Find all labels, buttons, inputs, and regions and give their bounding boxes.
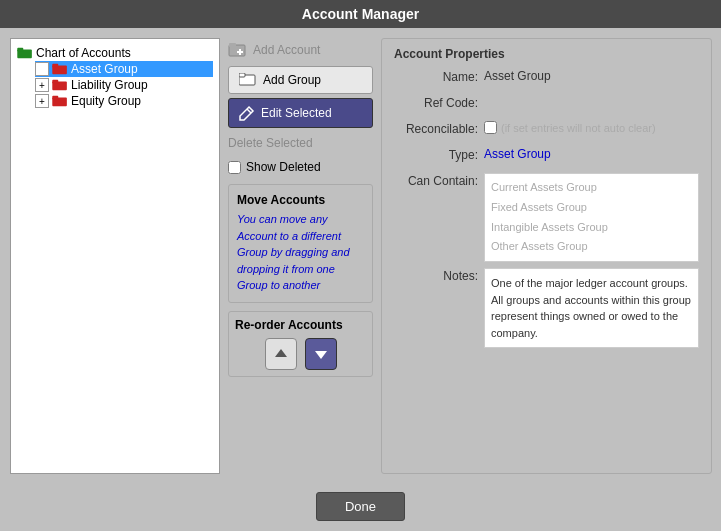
can-contain-item-1: Fixed Assets Group (491, 198, 692, 218)
tree-item-liability-label: Liability Group (71, 78, 148, 92)
add-account-row: Add Account (228, 38, 373, 62)
svg-rect-5 (52, 80, 58, 83)
properties-title: Account Properties (394, 47, 699, 61)
arrow-up-icon (274, 347, 288, 361)
reconcilable-label: Reconcilable: (394, 121, 484, 136)
svg-rect-13 (239, 73, 245, 77)
reorder-up-button[interactable] (265, 338, 297, 370)
account-properties-box: Account Properties Name: Asset Group Ref… (381, 38, 712, 474)
svg-marker-16 (315, 351, 327, 359)
can-contain-item-3: Other Assets Group (491, 237, 692, 257)
expander-equity-group[interactable]: + (35, 94, 49, 108)
show-deleted-label: Show Deleted (246, 160, 321, 174)
tree-root-label: Chart of Accounts (36, 46, 131, 60)
app-title: Account Manager (302, 6, 419, 22)
name-row: Name: Asset Group (394, 69, 699, 89)
can-contain-item-2: Intangible Assets Group (491, 218, 692, 238)
middle-panel: Add Account Add Group Edit Selected Dele… (228, 38, 373, 474)
tree-panel: Chart of Accounts + Asset Group + Lia (10, 38, 220, 474)
folder-asset-icon (52, 63, 68, 75)
can-contain-label: Can Contain: (394, 173, 484, 188)
reconcilable-checkbox[interactable] (484, 121, 497, 134)
svg-line-14 (247, 109, 251, 113)
type-label: Type: (394, 147, 484, 162)
refcode-label: Ref Code: (394, 95, 484, 110)
add-group-button[interactable]: Add Group (228, 66, 373, 94)
tree-children: + Asset Group + Liability Group + (35, 61, 213, 109)
name-value: Asset Group (484, 69, 551, 83)
add-group-label: Add Group (263, 73, 321, 87)
delete-selected-label: Delete Selected (228, 136, 313, 150)
add-account-icon (228, 42, 248, 58)
svg-rect-7 (52, 96, 58, 99)
expander-liability-group[interactable]: + (35, 78, 49, 92)
tree-item-asset-group[interactable]: + Asset Group (35, 61, 213, 77)
svg-rect-1 (17, 48, 23, 51)
reorder-title: Re-order Accounts (235, 318, 366, 332)
svg-rect-3 (52, 64, 58, 67)
tree-item-equity-label: Equity Group (71, 94, 141, 108)
refcode-row: Ref Code: (394, 95, 699, 115)
expander-asset-group[interactable]: + (35, 62, 49, 76)
edit-selected-label: Edit Selected (261, 106, 332, 120)
show-deleted-row: Show Deleted (228, 158, 373, 176)
move-accounts-box: Move Accounts You can move any Account t… (228, 184, 373, 303)
title-bar: Account Manager (0, 0, 721, 28)
add-account-label: Add Account (253, 43, 320, 57)
add-group-btn-icon (239, 73, 257, 87)
tree-root[interactable]: Chart of Accounts (17, 45, 213, 61)
svg-rect-9 (229, 43, 236, 47)
arrow-down-icon (314, 347, 328, 361)
done-label: Done (345, 499, 376, 514)
notes-box: One of the major ledger account groups. … (484, 268, 699, 348)
tree-item-liability-group[interactable]: + Liability Group (35, 77, 213, 93)
reorder-box: Re-order Accounts (228, 311, 373, 377)
notes-label: Notes: (394, 268, 484, 283)
reconcilable-control: (if set entries will not auto clear) (484, 121, 656, 134)
notes-row: Notes: One of the major ledger account g… (394, 268, 699, 348)
move-accounts-text: You can move any Account to a different … (237, 211, 364, 294)
notes-value: One of the major ledger account groups. … (491, 277, 691, 339)
show-deleted-checkbox[interactable] (228, 161, 241, 174)
footer: Done (0, 484, 721, 531)
can-contain-row: Can Contain: Current Assets Group Fixed … (394, 173, 699, 262)
type-row: Type: Asset Group (394, 147, 699, 167)
done-button[interactable]: Done (316, 492, 405, 521)
svg-marker-15 (275, 349, 287, 357)
edit-icon (239, 105, 255, 121)
edit-selected-button[interactable]: Edit Selected (228, 98, 373, 128)
reorder-buttons (235, 338, 366, 370)
reconcilable-hint: (if set entries will not auto clear) (501, 121, 656, 134)
folder-liability-icon (52, 79, 68, 91)
right-panel: Account Properties Name: Asset Group Ref… (381, 38, 712, 474)
can-contain-box: Current Assets Group Fixed Assets Group … (484, 173, 699, 262)
folder-root-icon (17, 47, 33, 59)
delete-selected-row: Delete Selected (228, 132, 373, 154)
name-label: Name: (394, 69, 484, 84)
move-accounts-title: Move Accounts (237, 193, 364, 207)
tree-item-asset-label: Asset Group (71, 62, 138, 76)
tree-item-equity-group[interactable]: + Equity Group (35, 93, 213, 109)
type-value: Asset Group (484, 147, 551, 161)
reorder-down-button[interactable] (305, 338, 337, 370)
reconcilable-row: Reconcilable: (if set entries will not a… (394, 121, 699, 141)
folder-equity-icon (52, 95, 68, 107)
can-contain-item-0: Current Assets Group (491, 178, 692, 198)
